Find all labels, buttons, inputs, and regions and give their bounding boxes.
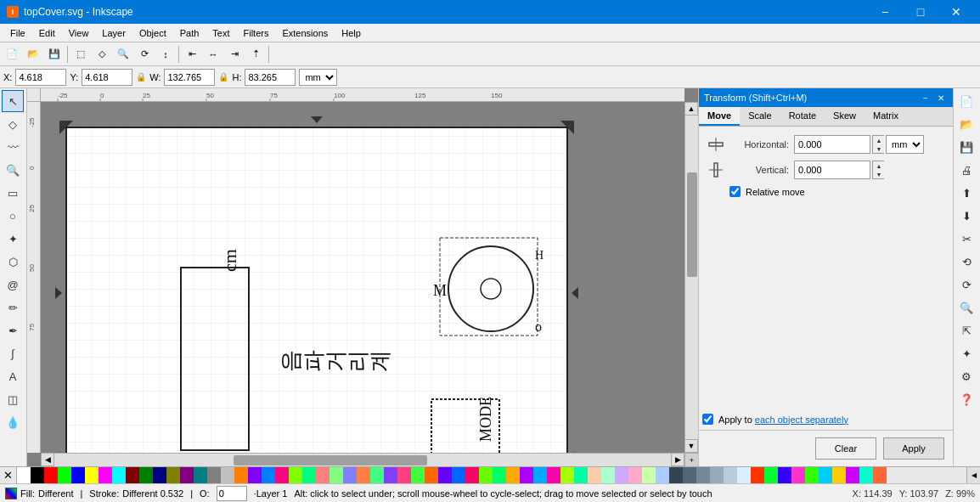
palette-color-50[interactable] [696, 467, 710, 484]
palette-color-10[interactable] [153, 467, 166, 484]
tool-tweak[interactable]: 〰 [2, 136, 24, 158]
palette-color-17[interactable] [248, 467, 262, 484]
right-tool-7[interactable]: ✂ [955, 228, 977, 250]
palette-color-3[interactable] [58, 467, 71, 484]
vertical-spin-down[interactable]: ▼ [873, 170, 885, 178]
align-left-btn[interactable]: ⇤ [182, 44, 202, 65]
tool4-btn[interactable]: ↕ [155, 44, 176, 65]
palette-color-19[interactable] [275, 467, 289, 484]
apply-button[interactable]: Apply [883, 437, 944, 460]
save-button[interactable]: 💾 [44, 44, 65, 65]
palette-color-32[interactable] [452, 467, 465, 484]
vertical-input[interactable] [794, 161, 870, 179]
palette-color-38[interactable] [533, 467, 547, 484]
w-input[interactable] [164, 69, 215, 86]
palette-color-42[interactable] [588, 467, 601, 484]
tool-circle[interactable]: ○ [2, 205, 24, 227]
palette-color-15[interactable] [221, 467, 234, 484]
right-tool-2[interactable]: 📂 [955, 113, 977, 135]
palette-scroll[interactable]: ◀ [966, 467, 980, 484]
palette-color-33[interactable] [465, 467, 479, 484]
palette-color-25[interactable] [357, 467, 370, 484]
align-right-btn[interactable]: ⇥ [224, 44, 245, 65]
palette-color-2[interactable] [44, 467, 58, 484]
palette-color-57[interactable] [791, 467, 805, 484]
hscroll-thumb[interactable] [234, 455, 426, 465]
tool-spiral[interactable]: @ [2, 274, 24, 296]
align-top-btn[interactable]: ⇡ [245, 44, 266, 65]
palette-color-23[interactable] [329, 467, 343, 484]
palette-color-0[interactable] [17, 467, 31, 484]
palette-color-44[interactable] [615, 467, 628, 484]
right-tool-3[interactable]: 💾 [955, 136, 977, 158]
tool-dropper[interactable]: 💧 [2, 411, 24, 433]
panel-minimize-btn[interactable]: − [919, 91, 932, 104]
palette-color-34[interactable] [479, 467, 493, 484]
relative-move-checkbox[interactable] [729, 186, 741, 197]
palette-color-14[interactable] [207, 467, 221, 484]
open-button[interactable]: 📂 [23, 44, 43, 65]
each-object-link[interactable]: each object separately [755, 415, 848, 425]
palette-color-12[interactable] [180, 467, 194, 484]
palette-color-18[interactable] [262, 467, 275, 484]
palette-color-62[interactable] [859, 467, 873, 484]
tool-node[interactable]: ◇ [2, 113, 24, 135]
tab-move[interactable]: Move [699, 107, 740, 126]
tab-skew[interactable]: Skew [825, 107, 865, 126]
right-tool-6[interactable]: ⬇ [955, 205, 977, 227]
right-tool-5[interactable]: ⬆ [955, 182, 977, 204]
palette-color-27[interactable] [384, 467, 397, 484]
palette-color-9[interactable] [139, 467, 153, 484]
maximize-button[interactable]: □ [904, 0, 938, 24]
palette-color-20[interactable] [289, 467, 302, 484]
canvas-content[interactable]: 음파거리계 서 cm M H o [41, 102, 684, 453]
palette-color-8[interactable] [126, 467, 139, 484]
canvas-scrollbar-vertical[interactable] [684, 102, 698, 453]
palette-color-43[interactable] [601, 467, 615, 484]
palette-color-55[interactable] [764, 467, 778, 484]
palette-color-59[interactable] [819, 467, 832, 484]
palette-color-49[interactable] [683, 467, 696, 484]
new-button[interactable]: 📄 [2, 44, 22, 65]
palette-color-11[interactable] [166, 467, 180, 484]
tool-pencil[interactable]: ✏ [2, 296, 24, 319]
canvas-area[interactable]: -25 0 25 50 75 100 125 150 -25 0 [27, 88, 698, 466]
node-tool-btn[interactable]: ◇ [92, 44, 112, 65]
palette-color-53[interactable] [737, 467, 751, 484]
palette-color-40[interactable] [560, 467, 574, 484]
right-tool-12[interactable]: ✦ [955, 342, 977, 364]
opacity-input[interactable] [217, 486, 247, 501]
hscroll-right-btn[interactable]: ▶ [671, 453, 684, 466]
vscroll-up-btn[interactable]: ▲ [684, 102, 698, 116]
menu-layer[interactable]: Layer [95, 24, 132, 42]
palette-color-29[interactable] [411, 467, 425, 484]
right-tool-1[interactable]: 📄 [955, 90, 977, 112]
palette-none[interactable]: ✕ [0, 467, 17, 484]
tool-star[interactable]: ✦ [2, 228, 24, 250]
palette-scroll-left[interactable]: ◀ [967, 467, 980, 484]
minimize-button[interactable]: − [868, 0, 902, 24]
x-input[interactable] [15, 69, 66, 86]
tool-calligraphy[interactable]: ∫ [2, 342, 24, 364]
select-tool-btn[interactable]: ⬚ [70, 44, 91, 65]
palette-color-35[interactable] [493, 467, 506, 484]
palette-color-5[interactable] [85, 467, 99, 484]
palette-color-60[interactable] [832, 467, 846, 484]
tab-matrix[interactable]: Matrix [865, 107, 907, 126]
horizontal-unit-select[interactable]: mm px cm [886, 135, 924, 154]
panel-close-btn[interactable]: ✕ [934, 91, 948, 104]
canvas-scrollbar-horizontal[interactable] [41, 453, 684, 466]
palette-color-31[interactable] [438, 467, 452, 484]
right-tool-11[interactable]: ⇱ [955, 319, 977, 341]
palette-color-61[interactable] [846, 467, 859, 484]
tab-rotate[interactable]: Rotate [780, 107, 825, 126]
tool-rect[interactable]: ▭ [2, 182, 24, 204]
palette-color-24[interactable] [343, 467, 357, 484]
right-tool-13[interactable]: ⚙ [955, 365, 977, 387]
palette-color-56[interactable] [778, 467, 791, 484]
palette-color-30[interactable] [425, 467, 438, 484]
lock2-icon[interactable]: 🔒 [218, 72, 228, 82]
horizontal-spin-down[interactable]: ▼ [873, 144, 885, 153]
tool-gradient[interactable]: ◫ [2, 388, 24, 410]
relative-move-label[interactable]: Relative move [746, 187, 805, 197]
